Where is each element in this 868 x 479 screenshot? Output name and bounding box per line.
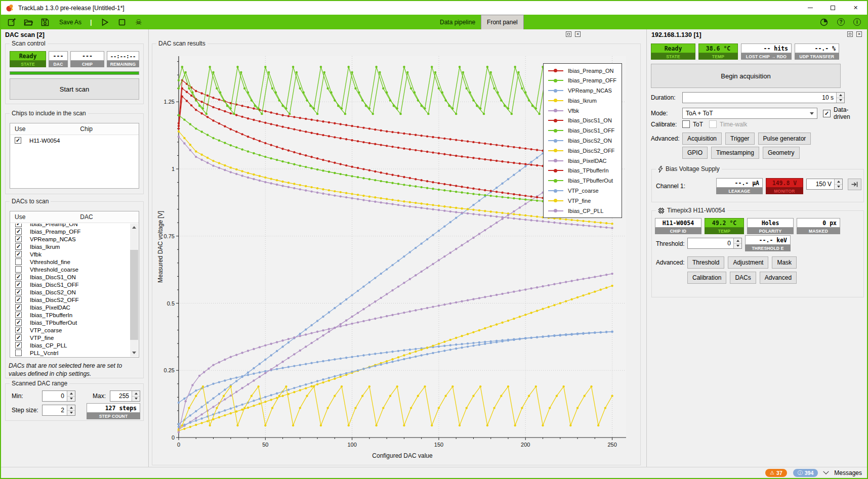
dac-row[interactable]: PLL_Vcntrl xyxy=(11,349,130,357)
trigger-button[interactable]: Trigger xyxy=(725,133,755,145)
info-badge[interactable]: ⓘ 394 xyxy=(793,469,818,477)
spin-up-icon[interactable] xyxy=(835,179,842,185)
dac-row[interactable]: VTP_fine xyxy=(11,334,130,341)
dacs-col-dac[interactable]: DAC xyxy=(80,213,93,221)
dac-row[interactable]: Ibias_Ikrum xyxy=(11,243,130,250)
dac-row[interactable]: Ibias_DiscS2_ON xyxy=(11,288,130,296)
tot-checkbox[interactable] xyxy=(682,120,690,128)
spin-down-icon[interactable] xyxy=(67,411,75,416)
pulse-generator-button[interactable]: Pulse generator xyxy=(758,133,811,145)
row-checkbox[interactable] xyxy=(15,342,22,349)
scroll-thumb[interactable] xyxy=(130,250,138,340)
step-size-stepper[interactable]: 2 xyxy=(42,405,75,416)
chips-col-chip[interactable]: Chip xyxy=(80,125,93,133)
row-checkbox[interactable] xyxy=(15,228,22,235)
spin-down-icon[interactable] xyxy=(734,244,741,249)
spin-down-icon[interactable] xyxy=(835,185,842,190)
tab-front-panel[interactable]: Front panel xyxy=(481,15,524,29)
spin-down-icon[interactable] xyxy=(132,397,140,402)
advanced-button[interactable]: Advanced xyxy=(760,272,797,284)
row-checkbox[interactable] xyxy=(15,319,22,326)
new-file-icon[interactable] xyxy=(7,18,16,27)
row-checkbox[interactable] xyxy=(15,137,21,144)
row-checkbox[interactable] xyxy=(15,289,22,295)
tab-data-pipeline[interactable]: Data pipeline xyxy=(434,15,481,29)
row-checkbox[interactable] xyxy=(15,251,22,257)
begin-acquisition-button[interactable]: Begin acquisition xyxy=(651,64,841,88)
spin-up-icon[interactable] xyxy=(837,93,844,98)
threshold-stepper[interactable]: 0 xyxy=(687,238,742,249)
minimize-icon[interactable] xyxy=(799,1,821,15)
data-driven-checkbox[interactable] xyxy=(823,110,831,117)
row-checkbox[interactable] xyxy=(15,258,22,265)
scroll-up-icon[interactable] xyxy=(130,224,138,231)
dac-row[interactable]: Ibias_DiscS2_OFF xyxy=(11,296,130,303)
dac-row[interactable]: Ibias_TPbufferOut xyxy=(11,319,130,326)
max-stepper[interactable]: 255 xyxy=(110,390,140,402)
spin-up-icon[interactable] xyxy=(734,238,741,244)
dac-row[interactable]: VPReamp_NCAS xyxy=(11,235,130,243)
gpio-button[interactable]: GPIO xyxy=(682,147,708,159)
row-checkbox[interactable] xyxy=(15,236,22,242)
apply-bias-button[interactable] xyxy=(848,179,861,190)
geometry-button[interactable]: Geometry xyxy=(763,147,800,159)
open-file-icon[interactable] xyxy=(24,18,33,27)
duration-field[interactable]: 10 s xyxy=(682,92,845,103)
spin-up-icon[interactable] xyxy=(132,391,140,397)
dacs-button[interactable]: DACs xyxy=(730,272,756,284)
spin-down-icon[interactable] xyxy=(837,98,844,103)
close-icon[interactable]: ✕ xyxy=(844,1,867,15)
start-scan-button[interactable]: Start scan xyxy=(10,78,139,100)
dac-row[interactable]: Ibias_PixelDAC xyxy=(11,303,130,311)
row-checkbox[interactable] xyxy=(15,334,22,341)
row-checkbox[interactable] xyxy=(15,243,22,250)
row-checkbox[interactable] xyxy=(15,274,22,280)
close-panel-icon[interactable]: ✕ xyxy=(575,31,581,37)
chip-row[interactable]: H11-W0054 xyxy=(10,137,139,144)
info-icon[interactable]: i xyxy=(853,18,861,26)
dac-row[interactable]: VTP_coarse xyxy=(11,326,130,334)
warning-badge[interactable]: ⚠ 37 xyxy=(765,469,787,477)
adjustment-button[interactable]: Adjustment xyxy=(728,256,768,269)
maximize-icon[interactable] xyxy=(821,1,844,15)
dac-row[interactable]: Ibias_CP_PLL xyxy=(11,341,130,349)
help-icon[interactable]: ? xyxy=(837,18,845,26)
row-checkbox[interactable] xyxy=(15,281,22,288)
acquisition-button[interactable]: Acquisition xyxy=(682,133,722,145)
chips-col-use[interactable]: Use xyxy=(15,125,25,133)
dac-row[interactable]: Vthreshold_fine xyxy=(11,258,130,266)
save-icon[interactable] xyxy=(40,18,50,27)
row-checkbox[interactable] xyxy=(15,304,22,311)
timestamping-button[interactable]: Timestamping xyxy=(711,147,759,159)
dac-row[interactable]: Ibias_Preamp_ON xyxy=(11,224,130,228)
row-checkbox[interactable] xyxy=(15,312,22,318)
row-checkbox[interactable] xyxy=(15,296,22,303)
dacs-scrollbar[interactable] xyxy=(130,224,138,357)
min-stepper[interactable]: 0 xyxy=(42,390,75,402)
float-panel-icon[interactable] xyxy=(566,31,571,37)
mask-button[interactable]: Mask xyxy=(772,256,797,269)
scroll-down-icon[interactable] xyxy=(130,349,138,357)
stop-icon[interactable] xyxy=(117,18,127,27)
bias-setpoint-stepper[interactable]: 150 V xyxy=(806,179,843,190)
close-panel-icon[interactable]: ✕ xyxy=(856,31,862,37)
threshold-button[interactable]: Threshold xyxy=(687,256,724,269)
dac-row[interactable]: Ibias_Preamp_OFF xyxy=(11,228,130,235)
mode-select[interactable]: ToA + ToT xyxy=(682,108,817,119)
dac-row[interactable]: Vthreshold_coarse xyxy=(11,266,130,273)
dac-row[interactable]: Vfbk xyxy=(11,250,130,258)
play-icon[interactable] xyxy=(101,18,110,27)
chevron-down-icon[interactable] xyxy=(823,468,829,474)
spin-up-icon[interactable] xyxy=(67,391,75,397)
dac-row[interactable]: Ibias_TPbufferIn xyxy=(11,311,130,319)
save-as-button[interactable]: Save As xyxy=(59,19,81,26)
dacs-col-use[interactable]: Use xyxy=(15,213,25,221)
spin-up-icon[interactable] xyxy=(67,405,75,411)
calibration-button[interactable]: Calibration xyxy=(687,272,726,284)
float-panel-icon[interactable] xyxy=(847,31,853,37)
spin-down-icon[interactable] xyxy=(67,397,75,402)
dac-row[interactable]: Ibias_DiscS1_OFF xyxy=(11,281,130,288)
pie-menu-icon[interactable] xyxy=(819,18,829,27)
messages-button[interactable]: Messages xyxy=(834,469,862,476)
row-checkbox[interactable] xyxy=(15,350,22,356)
